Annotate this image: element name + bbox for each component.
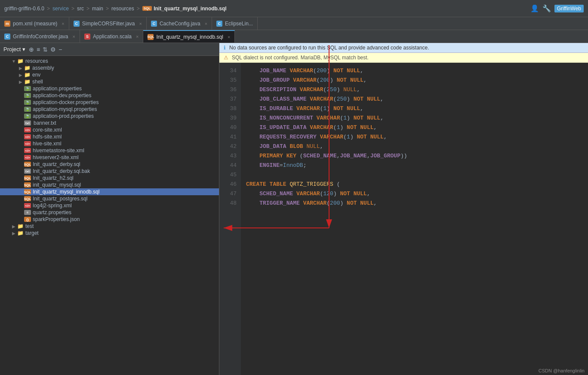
src-link[interactable]: src bbox=[77, 6, 84, 12]
code-area[interactable]: 34 35 36 37 38 39 40 41 42 43 44 45 46 4… bbox=[219, 63, 588, 375]
folder-icon-env: 📁 bbox=[24, 72, 31, 78]
icon-log4j2: </> bbox=[24, 203, 31, 208]
ln-37: 37 bbox=[219, 95, 237, 104]
sidebar-header: Project ▾ ⊕ ≡ ⇅ ⚙ − bbox=[0, 43, 219, 56]
tab-cors[interactable]: C SimpleCORSFilter.java × bbox=[69, 17, 147, 30]
tree-item-env[interactable]: ▶ 📁 env bbox=[0, 71, 219, 78]
tab-griffininfo[interactable]: C GriffinInfoController.java × bbox=[0, 30, 80, 43]
tree-item-hivemeta-site[interactable]: </> hivemetastore-site.xml bbox=[0, 147, 219, 154]
active-filename[interactable]: Init_quartz_mysql_innodb.sql bbox=[154, 6, 226, 12]
tree-item-target[interactable]: ▶ 📁 target bbox=[0, 230, 219, 237]
ln-41: 41 bbox=[219, 132, 237, 142]
sep2: > bbox=[71, 6, 74, 12]
tree-item-app-docker-prop[interactable]: 🍃 application-docker.properties bbox=[0, 99, 219, 106]
sidebar-icon-collapse[interactable]: ≡ bbox=[37, 46, 40, 53]
tree-item-log4j2[interactable]: </> log4j2-spring.xml bbox=[0, 202, 219, 209]
tree-item-hiveserver2-site[interactable]: </> hiveserver2-site.xml bbox=[0, 154, 219, 161]
service-link[interactable]: service bbox=[52, 6, 69, 12]
label-env: env bbox=[32, 72, 40, 78]
close-cors[interactable]: × bbox=[139, 21, 142, 26]
resources-link[interactable]: resources bbox=[111, 6, 134, 12]
icon-innodb-sql: SQL bbox=[24, 189, 31, 194]
folder-icon-test: 📁 bbox=[17, 223, 24, 229]
arrow-assembly: ▶ bbox=[17, 66, 24, 71]
tab-icon-cors: C bbox=[74, 21, 80, 27]
sidebar-title: Project ▾ bbox=[3, 46, 25, 52]
tree-item-core-site[interactable]: </> core-site.xml bbox=[0, 126, 219, 133]
main-link[interactable]: main bbox=[92, 6, 103, 12]
settings-icon[interactable]: 🔧 bbox=[542, 4, 551, 12]
tree-item-banner[interactable]: txt banner.txt bbox=[0, 120, 219, 126]
label-innodb-sql: Init_quartz_mysql_innodb.sql bbox=[33, 189, 99, 195]
user-icon[interactable]: 👤 bbox=[530, 4, 539, 12]
label-hdfs-site: hdfs-site.xml bbox=[33, 134, 62, 140]
code-line-34: JOB_NAME VARCHAR(200) NOT NULL, bbox=[246, 66, 583, 76]
tree-item-innodb-sql[interactable]: SQL Init_quartz_mysql_innodb.sql bbox=[0, 188, 219, 195]
folder-icon-resources: 📁 bbox=[17, 58, 24, 64]
close-initquartz[interactable]: × bbox=[228, 34, 230, 40]
tree-item-mysql-sql[interactable]: SQL init_quartz_mysql.sql bbox=[0, 181, 219, 188]
tree-item-postgres-sql[interactable]: SQL Init_quartz_postgres.sql bbox=[0, 195, 219, 202]
ln-36: 36 bbox=[219, 85, 237, 95]
tree-item-test[interactable]: ▶ 📁 test bbox=[0, 223, 219, 230]
tree-item-derby-sql[interactable]: SQL Init_quartz_derby.sql bbox=[0, 161, 219, 168]
tab-icon-initquartz: SQL bbox=[148, 34, 154, 40]
tab-label-cache: CacheConfig.java bbox=[160, 21, 200, 27]
code-line-47: SCHED_NAME VARCHAR(120) NOT NULL, bbox=[246, 189, 583, 199]
code-content[interactable]: JOB_NAME VARCHAR(200) NOT NULL, JOB_GROU… bbox=[241, 63, 588, 375]
griffinweb-icon[interactable]: GriffinWeb bbox=[554, 5, 584, 12]
code-line-48: TRIGGER_NAME VARCHAR(200) NOT NULL, bbox=[246, 199, 583, 208]
icon-hdfs-site: </> bbox=[24, 134, 31, 139]
tab-cache[interactable]: C CacheConfig.java × bbox=[147, 17, 212, 30]
sidebar-icon-settings[interactable]: ⚙ bbox=[50, 46, 56, 53]
tab-pom[interactable]: m pom.xml (measure) × bbox=[0, 17, 69, 30]
sep1: > bbox=[47, 6, 50, 12]
close-application[interactable]: × bbox=[136, 34, 139, 39]
tree-item-app-prod-prop[interactable]: 🍃 application-prod.properties bbox=[0, 113, 219, 120]
ln-39: 39 bbox=[219, 114, 237, 123]
tab-application[interactable]: S Application.scala × bbox=[80, 30, 144, 43]
icon-postgres-sql: SQL bbox=[24, 196, 31, 201]
tree-item-resources[interactable]: ▼ 📁 resources bbox=[0, 58, 219, 65]
tab-label-cors: SimpleCORSFilter.java bbox=[82, 21, 135, 27]
sidebar-icon-add[interactable]: ⊕ bbox=[29, 46, 34, 53]
folder-icon-assembly: 📁 bbox=[24, 65, 31, 71]
tree-item-quartz-prop[interactable]: ≡ quartz.properties bbox=[0, 209, 219, 216]
tree-item-app-mysql-prop[interactable]: 🍃 application-mysql.properties bbox=[0, 106, 219, 113]
project-name[interactable]: griffin-griffin-0.6.0 bbox=[4, 6, 44, 12]
close-griffininfo[interactable]: × bbox=[73, 34, 75, 39]
tabbar-row2: C GriffinInfoController.java × S Applica… bbox=[0, 30, 588, 43]
icon-h2-sql: SQL bbox=[24, 175, 31, 181]
tree-item-hive-site[interactable]: </> hive-site.xml bbox=[0, 140, 219, 147]
tab-label-initquartz: Init_quartz_mysql_innodb.sql bbox=[156, 34, 223, 40]
tree-item-app-prop[interactable]: 🍃 application.properties bbox=[0, 85, 219, 92]
notif-yellow[interactable]: ⚠ SQL dialect is not configured. MariaDB… bbox=[219, 53, 588, 63]
folder-icon-shell: 📁 bbox=[24, 79, 31, 85]
label-app-docker-prop: application-docker.properties bbox=[33, 99, 99, 105]
ln-42: 42 bbox=[219, 142, 237, 151]
code-line-36: DESCRIPTION VARCHAR(250) NULL, bbox=[246, 85, 583, 95]
ln-46: 46 bbox=[219, 180, 237, 189]
tree-item-derby-bak[interactable]: txt Init_quartz_derby.sql.bak bbox=[0, 168, 219, 175]
label-app-dev-prop: application-dev.properties bbox=[33, 92, 92, 98]
tree-item-app-dev-prop[interactable]: 🍃 application-dev.properties bbox=[0, 92, 219, 99]
tree-item-spark-json[interactable]: {} sparkProperties.json bbox=[0, 216, 219, 223]
tree-item-hdfs-site[interactable]: </> hdfs-site.xml bbox=[0, 133, 219, 140]
label-core-site: core-site.xml bbox=[33, 127, 62, 133]
tab-eclipse[interactable]: C EclipseLin... bbox=[212, 17, 258, 30]
tab-label-griffininfo: GriffinInfoController.java bbox=[13, 34, 68, 40]
ln-43: 43 bbox=[219, 151, 237, 161]
sidebar-icon-minimize[interactable]: − bbox=[58, 46, 62, 53]
notif-blue[interactable]: ℹ No data sources are configured to run … bbox=[219, 43, 588, 53]
close-pom[interactable]: × bbox=[62, 21, 64, 26]
tree-item-assembly[interactable]: ▶ 📁 assembly bbox=[0, 65, 219, 71]
tab-initquartz[interactable]: SQL Init_quartz_mysql_innodb.sql × bbox=[143, 30, 235, 43]
close-cache[interactable]: × bbox=[205, 21, 207, 26]
sidebar-icon-sort[interactable]: ⇅ bbox=[43, 46, 48, 53]
icon-hiveserver2-site: </> bbox=[24, 155, 31, 160]
tree-item-h2-sql[interactable]: SQL Init_quartz_h2.sql bbox=[0, 175, 219, 181]
icon-app-prod-prop: 🍃 bbox=[24, 114, 31, 119]
tree-item-shell[interactable]: ▶ 📁 shell bbox=[0, 78, 219, 85]
editor: ℹ No data sources are configured to run … bbox=[219, 43, 588, 375]
icon-banner: txt bbox=[24, 120, 31, 126]
